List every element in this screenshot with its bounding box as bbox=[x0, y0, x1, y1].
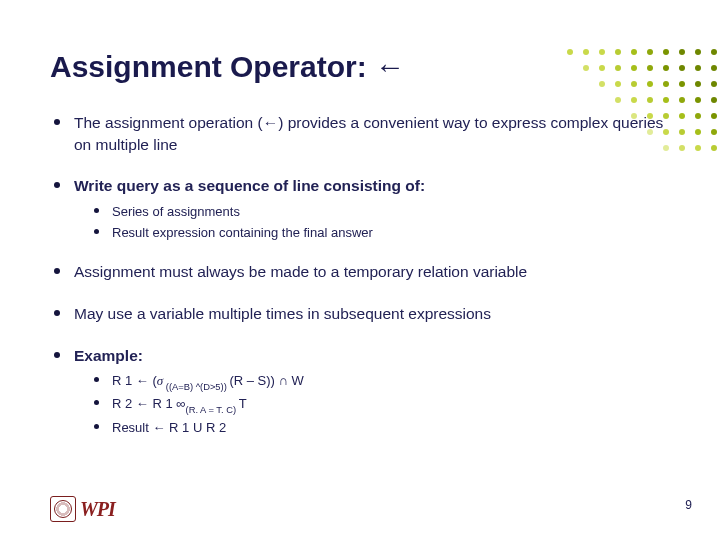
expr-part: R 1 ← ( bbox=[112, 373, 157, 388]
svg-point-33 bbox=[711, 97, 717, 103]
expr-part: (R – S)) ∩ W bbox=[229, 373, 303, 388]
svg-point-28 bbox=[631, 97, 637, 103]
bullet-list: The assignment operation (←) provides a … bbox=[50, 112, 670, 436]
svg-point-30 bbox=[663, 97, 669, 103]
bullet-text: Assignment must always be made to a temp… bbox=[74, 263, 527, 280]
svg-point-18 bbox=[711, 65, 717, 71]
svg-point-9 bbox=[711, 49, 717, 55]
bullet-item: Write query as a sequence of line consis… bbox=[50, 175, 670, 241]
svg-point-25 bbox=[695, 81, 701, 87]
sub-bullet-item: R 1 ← (σ ((A=B) ^(D>5)) (R – S)) ∩ W bbox=[90, 372, 670, 392]
logo-text: WPI bbox=[80, 498, 115, 521]
expr-subscript: (R. A = T. C) bbox=[186, 405, 239, 415]
bullet-item: Assignment must always be made to a temp… bbox=[50, 261, 670, 283]
bullet-text: May use a variable multiple times in sub… bbox=[74, 305, 491, 322]
svg-point-47 bbox=[695, 145, 701, 151]
bullet-text: The assignment operation (←) provides a … bbox=[74, 114, 663, 153]
expr-part: T bbox=[239, 396, 247, 411]
svg-point-27 bbox=[615, 97, 621, 103]
svg-point-8 bbox=[695, 49, 701, 55]
slide: Assignment Operator: ← The assignment op… bbox=[0, 0, 720, 540]
sub-bullet-item: R 2 ← R 1 ∞(R. A = T. C) T bbox=[90, 395, 670, 415]
expr-subscript: ((A=B) ^(D>5)) bbox=[163, 382, 229, 392]
svg-point-17 bbox=[695, 65, 701, 71]
seal-icon bbox=[50, 496, 76, 522]
bullet-item: The assignment operation (←) provides a … bbox=[50, 112, 670, 155]
sub-bullet-item: Result expression containing the final a… bbox=[90, 224, 670, 242]
sub-bullet-list: R 1 ← (σ ((A=B) ^(D>5)) (R – S)) ∩ W R 2… bbox=[74, 372, 670, 436]
svg-point-38 bbox=[695, 113, 701, 119]
svg-point-24 bbox=[679, 81, 685, 87]
bullet-item: Example: R 1 ← (σ ((A=B) ^(D>5)) (R – S)… bbox=[50, 345, 670, 437]
svg-point-46 bbox=[679, 145, 685, 151]
svg-point-43 bbox=[695, 129, 701, 135]
page-number: 9 bbox=[685, 498, 692, 512]
svg-point-16 bbox=[679, 65, 685, 71]
logo: WPI bbox=[50, 496, 115, 522]
svg-point-29 bbox=[647, 97, 653, 103]
sub-bullet-item: Series of assignments bbox=[90, 203, 670, 221]
sub-bullet-list: Series of assignments Result expression … bbox=[74, 203, 670, 241]
bullet-text: Write query as a sequence of line consis… bbox=[74, 177, 425, 194]
svg-point-44 bbox=[711, 129, 717, 135]
svg-point-32 bbox=[695, 97, 701, 103]
slide-content: The assignment operation (←) provides a … bbox=[50, 112, 670, 436]
svg-point-42 bbox=[679, 129, 685, 135]
sub-bullet-item: Result ← R 1 U R 2 bbox=[90, 419, 670, 437]
svg-point-39 bbox=[711, 113, 717, 119]
bullet-text: Example: bbox=[74, 347, 143, 364]
sub-bullet-text: Result ← R 1 U R 2 bbox=[112, 420, 226, 435]
sub-bullet-text: Result expression containing the final a… bbox=[112, 225, 373, 240]
svg-point-26 bbox=[711, 81, 717, 87]
svg-point-7 bbox=[679, 49, 685, 55]
svg-point-31 bbox=[679, 97, 685, 103]
svg-point-48 bbox=[711, 145, 717, 151]
svg-point-37 bbox=[679, 113, 685, 119]
sub-bullet-text: Series of assignments bbox=[112, 204, 240, 219]
join-symbol: ∞ bbox=[176, 396, 185, 411]
slide-title: Assignment Operator: ← bbox=[50, 50, 670, 84]
bullet-item: May use a variable multiple times in sub… bbox=[50, 303, 670, 325]
expr-part: R 2 ← R 1 bbox=[112, 396, 176, 411]
